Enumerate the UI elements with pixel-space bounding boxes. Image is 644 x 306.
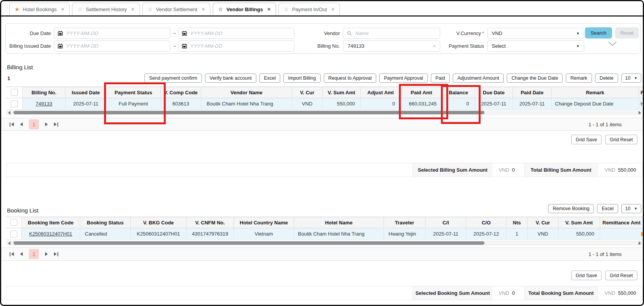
- column-header[interactable]: Paid Amt: [401, 87, 442, 98]
- column-header[interactable]: Vendor Name: [201, 87, 292, 98]
- last-page-button[interactable]: [54, 252, 58, 256]
- column-header[interactable]: Booking Item Code: [22, 217, 80, 228]
- column-header[interactable]: V. Cur: [528, 217, 558, 228]
- column-header[interactable]: V. Sum Amt: [558, 217, 600, 228]
- verify-bank-account-button[interactable]: Verify bank account: [205, 74, 256, 83]
- billing-issued-from-input[interactable]: [54, 40, 170, 52]
- column-header[interactable]: Issued Date: [66, 87, 106, 98]
- billing-page-size-select[interactable]: 10 ▼: [621, 74, 641, 83]
- row-checkbox[interactable]: [10, 231, 17, 237]
- billing-issued-from-field[interactable]: [66, 43, 166, 49]
- column-header[interactable]: Traveler: [384, 217, 425, 228]
- scroll-left-arrow[interactable]: [8, 111, 10, 115]
- selected-billing-sum-value: VND 0: [493, 163, 524, 177]
- next-page-button[interactable]: [45, 252, 48, 256]
- adjustment-amount-button[interactable]: Adjustment Amount: [453, 74, 504, 83]
- first-page-button[interactable]: [10, 122, 14, 127]
- close-icon[interactable]: ✕: [61, 7, 64, 12]
- column-header[interactable]: Nts: [506, 217, 528, 228]
- reset-button[interactable]: Reset: [615, 27, 639, 38]
- favorite-star-icon[interactable]: ★: [15, 7, 20, 12]
- row-checkbox[interactable]: [11, 100, 18, 107]
- column-header[interactable]: C/O: [466, 217, 506, 228]
- grid-reset-button[interactable]: Grid Reset: [605, 135, 637, 144]
- select-all-checkbox[interactable]: [11, 89, 18, 96]
- close-icon[interactable]: ✕: [131, 7, 135, 12]
- column-header-clipped[interactable]: Fi: [639, 87, 643, 98]
- tab-vendor-settlement[interactable]: ☆ Vendor Settlement ✕: [142, 3, 210, 15]
- column-header[interactable]: Paid Date: [513, 87, 552, 98]
- v-currency-select[interactable]: VND ▼: [487, 28, 584, 39]
- tab-label: Vendor Billings: [227, 7, 263, 12]
- filter-expand-toggle[interactable]: [607, 40, 618, 47]
- delete-button[interactable]: Delete: [595, 74, 618, 83]
- tab-settlement-history[interactable]: ☆ Settlement History ✕: [72, 3, 140, 15]
- column-header[interactable]: V. Comp Code: [161, 87, 201, 98]
- booking-table-row[interactable]: K25060312407H01 Cancelled K25060312407H0…: [6, 228, 643, 240]
- column-header[interactable]: Adjust Amt: [361, 87, 401, 98]
- close-icon[interactable]: ✕: [267, 7, 271, 12]
- favorite-star-icon[interactable]: ☆: [148, 7, 153, 12]
- paid-button[interactable]: Paid: [431, 74, 450, 83]
- select-all-checkbox[interactable]: [10, 219, 17, 226]
- column-header[interactable]: Remark: [552, 87, 639, 98]
- due-date-from-field[interactable]: [66, 30, 166, 37]
- next-page-button[interactable]: [45, 122, 48, 126]
- scroll-left-arrow[interactable]: [8, 241, 10, 245]
- billing-no-link[interactable]: 749133: [35, 101, 52, 107]
- booking-horizontal-scrollbar[interactable]: [6, 241, 643, 246]
- billing-no-field[interactable]: [347, 43, 430, 49]
- column-header[interactable]: V. Sum Amt: [323, 87, 361, 98]
- search-button[interactable]: Search: [585, 27, 612, 38]
- favorite-star-icon[interactable]: ☆: [284, 7, 289, 12]
- page-number-button[interactable]: 1: [29, 119, 39, 129]
- change-due-date-button[interactable]: Change the Due Date: [507, 74, 563, 83]
- scroll-right-arrow[interactable]: [639, 241, 641, 245]
- billing-horizontal-scrollbar[interactable]: [6, 110, 643, 115]
- payment-status-select[interactable]: Select ▼: [487, 40, 584, 52]
- booking-page-size-select[interactable]: 10 ▼: [621, 204, 641, 213]
- due-date-from-input[interactable]: [54, 28, 170, 39]
- favorite-star-icon[interactable]: ☆: [218, 7, 223, 12]
- grid-save-button[interactable]: Grid Save: [571, 271, 602, 280]
- close-icon[interactable]: ✕: [331, 7, 335, 12]
- column-header[interactable]: Billing No.: [23, 87, 66, 98]
- column-header[interactable]: V. CNFM No.: [187, 217, 234, 228]
- scroll-right-arrow[interactable]: [639, 111, 641, 115]
- tab-vendor-billings[interactable]: ☆ Vendor Billings ✕: [213, 3, 276, 15]
- remark-button[interactable]: Remark: [566, 74, 592, 83]
- grid-save-button[interactable]: Grid Save: [571, 135, 602, 144]
- import-billing-button[interactable]: Import Billing: [283, 74, 320, 83]
- scrollbar-thumb[interactable]: [13, 241, 484, 245]
- previous-page-button[interactable]: [20, 122, 23, 126]
- page-number-button[interactable]: 1: [29, 249, 39, 259]
- grid-reset-button[interactable]: Grid Reset: [605, 271, 637, 280]
- column-header[interactable]: Booking Status: [80, 217, 131, 228]
- first-page-button[interactable]: [10, 252, 14, 256]
- excel-button[interactable]: Excel: [259, 74, 281, 83]
- tab-payment-in-out[interactable]: ☆ Payment In/Out ✕: [278, 3, 340, 15]
- booking-toolbar: Remove Booking Excel 10 ▼: [548, 204, 641, 213]
- payment-approval-button[interactable]: Payment Approval: [379, 74, 427, 83]
- column-header[interactable]: Hotel Name: [294, 217, 384, 228]
- previous-page-button[interactable]: [20, 252, 23, 256]
- column-header[interactable]: C/I: [425, 217, 466, 228]
- last-page-button[interactable]: [54, 122, 58, 127]
- billing-table-row[interactable]: 749133 2025-07-11 Full Payment 603613 Bo…: [6, 98, 643, 110]
- booking-item-code-link[interactable]: K25060312407H01: [29, 231, 72, 237]
- column-header[interactable]: Payment Status: [106, 87, 161, 98]
- close-icon[interactable]: ✕: [202, 7, 205, 12]
- send-payment-confirm-button[interactable]: Send payment confirm: [145, 74, 202, 83]
- excel-button[interactable]: Excel: [597, 204, 618, 213]
- remove-booking-button[interactable]: Remove Booking: [548, 204, 594, 213]
- scrollbar-thumb[interactable]: [13, 111, 484, 114]
- favorite-star-icon[interactable]: ☆: [77, 7, 82, 12]
- column-header[interactable]: Hotel Country Name: [234, 217, 294, 228]
- column-header[interactable]: Due Date: [475, 87, 513, 98]
- column-header[interactable]: V. Cur: [292, 87, 323, 98]
- column-header[interactable]: Balance: [442, 87, 475, 98]
- tab-hotel-bookings[interactable]: ★ Hotel Bookings ✕: [9, 3, 70, 15]
- column-header[interactable]: V. BKG Code: [131, 217, 187, 228]
- column-header[interactable]: Remittance Amt: [600, 217, 643, 228]
- request-to-approval-button[interactable]: Request to Approval: [324, 74, 377, 83]
